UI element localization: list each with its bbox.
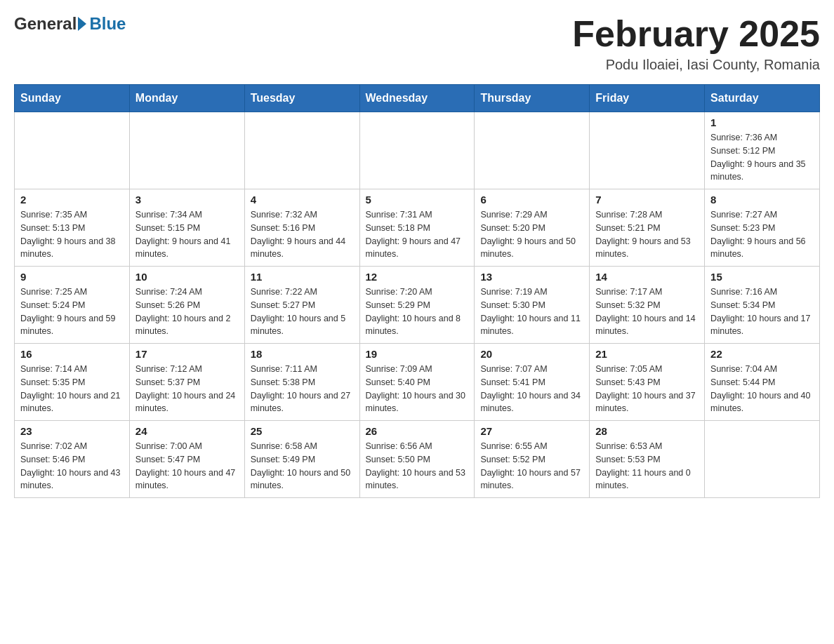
month-title: February 2025 — [572, 14, 820, 54]
day-number: 8 — [710, 194, 814, 206]
calendar-cell: 26Sunrise: 6:56 AM Sunset: 5:50 PM Dayli… — [359, 421, 475, 498]
day-info: Sunrise: 7:14 AM Sunset: 5:35 PM Dayligh… — [20, 363, 124, 415]
calendar-cell: 6Sunrise: 7:29 AM Sunset: 5:20 PM Daylig… — [475, 189, 590, 267]
day-number: 16 — [20, 348, 124, 360]
day-info: Sunrise: 7:17 AM Sunset: 5:32 PM Dayligh… — [595, 286, 699, 338]
day-number: 1 — [710, 116, 814, 128]
day-info: Sunrise: 7:24 AM Sunset: 5:26 PM Dayligh… — [135, 286, 239, 338]
calendar-cell: 25Sunrise: 6:58 AM Sunset: 5:49 PM Dayli… — [244, 421, 359, 498]
logo: General Blue — [14, 14, 126, 34]
day-info: Sunrise: 7:19 AM Sunset: 5:30 PM Dayligh… — [480, 286, 583, 338]
calendar-cell: 15Sunrise: 7:16 AM Sunset: 5:34 PM Dayli… — [705, 267, 820, 344]
day-number: 10 — [135, 271, 239, 283]
day-info: Sunrise: 7:04 AM Sunset: 5:44 PM Dayligh… — [710, 363, 814, 415]
week-row-3: 9Sunrise: 7:25 AM Sunset: 5:24 PM Daylig… — [15, 267, 820, 344]
day-number: 4 — [251, 194, 354, 206]
day-info: Sunrise: 6:58 AM Sunset: 5:49 PM Dayligh… — [251, 440, 354, 492]
calendar-cell: 2Sunrise: 7:35 AM Sunset: 5:13 PM Daylig… — [15, 189, 130, 267]
calendar-cell: 19Sunrise: 7:09 AM Sunset: 5:40 PM Dayli… — [359, 344, 475, 421]
day-info: Sunrise: 7:20 AM Sunset: 5:29 PM Dayligh… — [366, 286, 469, 338]
day-number: 24 — [135, 425, 239, 437]
calendar-cell — [15, 112, 130, 189]
logo-general-text: General — [14, 14, 77, 34]
weekday-header-tuesday: Tuesday — [244, 85, 359, 112]
calendar-cell: 24Sunrise: 7:00 AM Sunset: 5:47 PM Dayli… — [129, 421, 244, 498]
day-info: Sunrise: 7:32 AM Sunset: 5:16 PM Dayligh… — [251, 208, 354, 261]
calendar-cell: 9Sunrise: 7:25 AM Sunset: 5:24 PM Daylig… — [15, 267, 130, 344]
day-number: 7 — [595, 194, 699, 206]
calendar-cell: 22Sunrise: 7:04 AM Sunset: 5:44 PM Dayli… — [705, 344, 820, 421]
calendar-cell — [244, 112, 359, 189]
day-info: Sunrise: 7:34 AM Sunset: 5:15 PM Dayligh… — [135, 208, 239, 261]
calendar-cell: 13Sunrise: 7:19 AM Sunset: 5:30 PM Dayli… — [475, 267, 590, 344]
day-info: Sunrise: 7:22 AM Sunset: 5:27 PM Dayligh… — [251, 286, 354, 338]
calendar-cell — [590, 112, 705, 189]
calendar-cell: 7Sunrise: 7:28 AM Sunset: 5:21 PM Daylig… — [590, 189, 705, 267]
weekday-header-thursday: Thursday — [475, 85, 590, 112]
calendar-table: SundayMondayTuesdayWednesdayThursdayFrid… — [14, 84, 820, 498]
day-number: 15 — [710, 271, 814, 283]
day-info: Sunrise: 7:05 AM Sunset: 5:43 PM Dayligh… — [595, 363, 699, 415]
day-info: Sunrise: 7:02 AM Sunset: 5:46 PM Dayligh… — [20, 440, 124, 492]
calendar-cell: 11Sunrise: 7:22 AM Sunset: 5:27 PM Dayli… — [244, 267, 359, 344]
week-row-5: 23Sunrise: 7:02 AM Sunset: 5:46 PM Dayli… — [15, 421, 820, 498]
title-section: February 2025 Podu Iloaiei, Iasi County,… — [572, 14, 820, 73]
logo-arrow-icon — [78, 17, 86, 31]
day-info: Sunrise: 7:00 AM Sunset: 5:47 PM Dayligh… — [135, 440, 239, 492]
day-info: Sunrise: 7:35 AM Sunset: 5:13 PM Dayligh… — [20, 208, 124, 261]
day-number: 14 — [595, 271, 699, 283]
day-info: Sunrise: 6:56 AM Sunset: 5:50 PM Dayligh… — [366, 440, 469, 492]
calendar-cell: 17Sunrise: 7:12 AM Sunset: 5:37 PM Dayli… — [129, 344, 244, 421]
day-number: 20 — [480, 348, 583, 360]
calendar-cell — [705, 421, 820, 498]
day-info: Sunrise: 7:16 AM Sunset: 5:34 PM Dayligh… — [710, 286, 814, 338]
day-info: Sunrise: 7:25 AM Sunset: 5:24 PM Dayligh… — [20, 286, 124, 338]
day-number: 19 — [366, 348, 469, 360]
calendar-cell: 18Sunrise: 7:11 AM Sunset: 5:38 PM Dayli… — [244, 344, 359, 421]
day-info: Sunrise: 7:12 AM Sunset: 5:37 PM Dayligh… — [135, 363, 239, 415]
calendar-cell: 1Sunrise: 7:36 AM Sunset: 5:12 PM Daylig… — [705, 112, 820, 189]
day-info: Sunrise: 7:31 AM Sunset: 5:18 PM Dayligh… — [366, 208, 469, 261]
page-header: General Blue February 2025 Podu Iloaiei,… — [14, 14, 820, 73]
day-number: 27 — [480, 425, 583, 437]
day-info: Sunrise: 7:28 AM Sunset: 5:21 PM Dayligh… — [595, 208, 699, 261]
calendar-cell: 27Sunrise: 6:55 AM Sunset: 5:52 PM Dayli… — [475, 421, 590, 498]
calendar-cell: 23Sunrise: 7:02 AM Sunset: 5:46 PM Dayli… — [15, 421, 130, 498]
day-info: Sunrise: 7:09 AM Sunset: 5:40 PM Dayligh… — [366, 363, 469, 415]
day-info: Sunrise: 6:53 AM Sunset: 5:53 PM Dayligh… — [595, 440, 699, 492]
day-number: 18 — [251, 348, 354, 360]
week-row-4: 16Sunrise: 7:14 AM Sunset: 5:35 PM Dayli… — [15, 344, 820, 421]
day-info: Sunrise: 7:07 AM Sunset: 5:41 PM Dayligh… — [480, 363, 583, 415]
weekday-header-friday: Friday — [590, 85, 705, 112]
calendar-cell — [129, 112, 244, 189]
day-number: 9 — [20, 271, 124, 283]
day-number: 3 — [135, 194, 239, 206]
day-number: 25 — [251, 425, 354, 437]
calendar-cell: 14Sunrise: 7:17 AM Sunset: 5:32 PM Dayli… — [590, 267, 705, 344]
day-number: 11 — [251, 271, 354, 283]
day-number: 6 — [480, 194, 583, 206]
calendar-cell: 12Sunrise: 7:20 AM Sunset: 5:29 PM Dayli… — [359, 267, 475, 344]
day-number: 2 — [20, 194, 124, 206]
week-row-1: 1Sunrise: 7:36 AM Sunset: 5:12 PM Daylig… — [15, 112, 820, 189]
calendar-cell: 21Sunrise: 7:05 AM Sunset: 5:43 PM Dayli… — [590, 344, 705, 421]
day-info: Sunrise: 6:55 AM Sunset: 5:52 PM Dayligh… — [480, 440, 583, 492]
weekday-header-monday: Monday — [129, 85, 244, 112]
logo-blue-text: Blue — [89, 14, 126, 34]
day-number: 13 — [480, 271, 583, 283]
calendar-cell: 16Sunrise: 7:14 AM Sunset: 5:35 PM Dayli… — [15, 344, 130, 421]
calendar-cell: 8Sunrise: 7:27 AM Sunset: 5:23 PM Daylig… — [705, 189, 820, 267]
weekday-header-wednesday: Wednesday — [359, 85, 475, 112]
calendar-cell — [475, 112, 590, 189]
weekday-header-saturday: Saturday — [705, 85, 820, 112]
calendar-cell: 5Sunrise: 7:31 AM Sunset: 5:18 PM Daylig… — [359, 189, 475, 267]
day-info: Sunrise: 7:36 AM Sunset: 5:12 PM Dayligh… — [710, 131, 814, 184]
day-number: 26 — [366, 425, 469, 437]
day-number: 22 — [710, 348, 814, 360]
day-number: 12 — [366, 271, 469, 283]
calendar-cell: 20Sunrise: 7:07 AM Sunset: 5:41 PM Dayli… — [475, 344, 590, 421]
day-number: 5 — [366, 194, 469, 206]
weekday-header-row: SundayMondayTuesdayWednesdayThursdayFrid… — [15, 85, 820, 112]
day-number: 17 — [135, 348, 239, 360]
day-number: 28 — [595, 425, 699, 437]
